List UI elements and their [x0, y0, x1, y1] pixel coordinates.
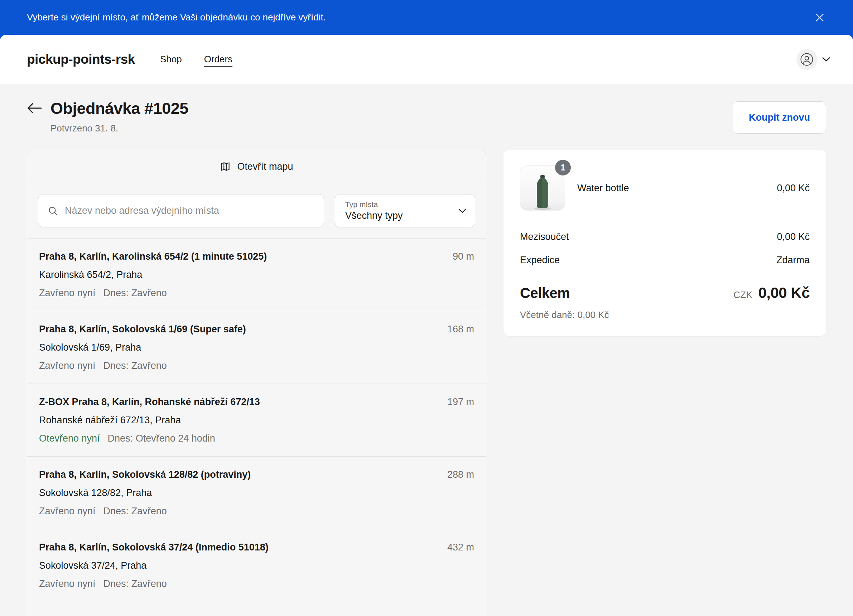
- product-name: Water bottle: [577, 183, 765, 194]
- location-open-status: Zavřeno nyní: [39, 286, 96, 300]
- location-distance: 168 m: [447, 322, 474, 336]
- location-distance: 197 m: [447, 394, 474, 409]
- pickup-point-picker: Otevřít mapu Typ místa: [27, 150, 486, 616]
- arrow-left-icon: [27, 102, 42, 114]
- pickup-location-item-partial[interactable]: [27, 602, 486, 616]
- pickup-location-item[interactable]: Z-BOX Praha 8, Karlín, Rohanské nábřeží …: [27, 384, 486, 457]
- close-icon: [814, 12, 825, 23]
- location-address: Karolinská 654/2, Praha: [39, 267, 474, 282]
- search-input[interactable]: [65, 205, 314, 216]
- total-currency: CZK: [733, 289, 753, 300]
- location-open-status: Zavřeno nyní: [39, 504, 96, 518]
- type-filter-select[interactable]: Typ místa Všechny typy: [335, 194, 475, 228]
- chevron-down-icon: [822, 57, 830, 62]
- order-confirmed-date: Potvrzeno 31. 8.: [50, 123, 188, 134]
- product-price: 0,00 Kč: [777, 183, 810, 194]
- page-title: Objednávka #1025: [50, 99, 188, 118]
- page-sheet: pickup-points-rsk Shop Orders: [0, 35, 853, 616]
- pickup-location-item[interactable]: Praha 8, Karlín, Sokolovská 37/24 (Inmed…: [27, 530, 486, 602]
- open-map-label: Otevřít mapu: [237, 161, 293, 172]
- location-address: Sokolovská 37/24, Praha: [39, 558, 474, 573]
- subtotal-label: Mezisoučet: [520, 231, 569, 243]
- location-name: Z-BOX Praha 8, Karlín, Rohanské nábřeží …: [39, 394, 474, 409]
- search-icon: [48, 206, 58, 216]
- location-name: Praha 8, Karlín, Sokolovská 37/24 (Inmed…: [39, 540, 474, 554]
- nav-item-shop[interactable]: Shop: [160, 54, 182, 65]
- location-distance: 288 m: [447, 467, 474, 482]
- location-search: [38, 194, 324, 228]
- buy-again-button[interactable]: Koupit znovu: [733, 102, 826, 134]
- location-name: Praha 8, Karlín, Sokolovská 128/82 (potr…: [39, 467, 474, 482]
- account-menu-button[interactable]: [797, 49, 830, 70]
- total-row: Celkem CZK 0,00 Kč: [520, 284, 810, 302]
- location-address: Rohanské nábřeží 672/13, Praha: [39, 413, 474, 427]
- pickup-location-list: Praha 8, Karlín, Karolinská 654/2 (1 min…: [27, 238, 486, 616]
- location-open-status: Zavřeno nyní: [39, 577, 96, 591]
- pickup-location-item[interactable]: Praha 8, Karlín, Karolinská 654/2 (1 min…: [27, 238, 486, 311]
- quantity-badge: 1: [555, 160, 571, 176]
- location-today-hours: Dnes: Zavřeno: [103, 358, 167, 373]
- main-nav: Shop Orders: [160, 54, 797, 65]
- location-distance: 90 m: [453, 249, 474, 264]
- type-filter-value: Všechny typy: [345, 210, 450, 222]
- order-summary-card: 1 Water bottle 0,00 Kč Mezisoučet 0,00 K…: [504, 150, 826, 336]
- line-item: 1 Water bottle 0,00 Kč: [520, 165, 810, 211]
- total-value: 0,00 Kč: [758, 284, 810, 302]
- avatar: [797, 49, 817, 70]
- pickup-location-item[interactable]: Praha 8, Karlín, Sokolovská 1/69 (Super …: [27, 311, 486, 384]
- location-open-status: Otevřeno nyní: [39, 431, 100, 446]
- shipping-label: Expedice: [520, 255, 560, 266]
- total-label: Celkem: [520, 285, 570, 301]
- nav-item-orders[interactable]: Orders: [204, 54, 232, 65]
- water-bottle-image: [533, 174, 552, 210]
- shipping-value: Zdarma: [776, 255, 810, 266]
- top-navigation-bar: pickup-points-rsk Shop Orders: [0, 35, 853, 84]
- open-map-button[interactable]: Otevřít mapu: [27, 150, 486, 184]
- location-address: Sokolovská 1/69, Praha: [39, 340, 474, 355]
- location-today-hours: Dnes: Zavřeno: [103, 577, 167, 591]
- chevron-down-icon: [458, 208, 466, 214]
- type-filter-label: Typ místa: [345, 200, 450, 209]
- tax-included-note: Včetně daně: 0,00 Kč: [520, 310, 810, 320]
- location-distance: 432 m: [447, 540, 474, 554]
- banner-close-button[interactable]: [812, 10, 827, 25]
- user-icon: [800, 53, 814, 66]
- location-today-hours: Dnes: Zavřeno: [103, 286, 167, 300]
- location-name: Praha 8, Karlín, Sokolovská 1/69 (Super …: [39, 322, 474, 336]
- shop-name[interactable]: pickup-points-rsk: [27, 52, 135, 67]
- map-icon: [220, 161, 231, 172]
- location-address: Sokolovská 128/82, Praha: [39, 486, 474, 500]
- location-today-hours: Dnes: Otevřeno 24 hodin: [108, 431, 215, 446]
- announcement-text: Vyberte si výdejní místo, ať můžeme Vaši…: [27, 12, 326, 23]
- location-open-status: Zavřeno nyní: [39, 358, 96, 373]
- location-name: Praha 8, Karlín, Karolinská 654/2 (1 min…: [39, 249, 474, 264]
- location-today-hours: Dnes: Zavřeno: [103, 504, 167, 518]
- picker-controls: Typ místa Všechny typy: [27, 184, 486, 238]
- back-button[interactable]: [27, 99, 42, 117]
- subtotal-value: 0,00 Kč: [777, 231, 810, 243]
- order-header: Objednávka #1025 Potvrzeno 31. 8. Koupit…: [27, 99, 826, 134]
- pickup-location-item[interactable]: Praha 8, Karlín, Sokolovská 128/82 (potr…: [27, 457, 486, 530]
